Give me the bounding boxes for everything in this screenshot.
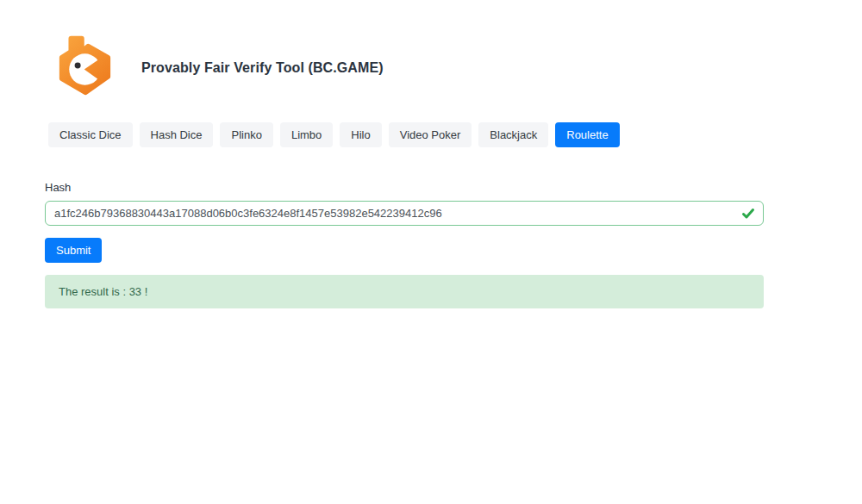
tab-plinko[interactable]: Plinko [220, 122, 272, 147]
hash-input[interactable] [45, 201, 764, 226]
result-alert: The result is : 33 ! [45, 275, 764, 308]
bc-game-logo-icon [53, 24, 119, 112]
page: Provably Fair Verify Tool (BC.GAME) Clas… [0, 0, 862, 504]
tab-hilo[interactable]: Hilo [340, 122, 381, 147]
tab-hash-dice[interactable]: Hash Dice [140, 122, 214, 147]
submit-button[interactable]: Submit [45, 238, 102, 263]
game-tabs: Classic Dice Hash Dice Plinko Limbo Hilo… [48, 122, 764, 147]
page-title: Provably Fair Verify Tool (BC.GAME) [141, 60, 384, 76]
hash-input-wrap [45, 201, 764, 226]
tab-blackjack[interactable]: Blackjack [478, 122, 548, 147]
header: Provably Fair Verify Tool (BC.GAME) [45, 0, 764, 112]
main-content: Provably Fair Verify Tool (BC.GAME) Clas… [45, 0, 764, 308]
tab-video-poker[interactable]: Video Poker [389, 122, 472, 147]
tab-roulette[interactable]: Roulette [555, 122, 619, 147]
hash-label: Hash [45, 181, 764, 194]
tab-limbo[interactable]: Limbo [280, 122, 333, 147]
tab-classic-dice[interactable]: Classic Dice [48, 122, 133, 147]
